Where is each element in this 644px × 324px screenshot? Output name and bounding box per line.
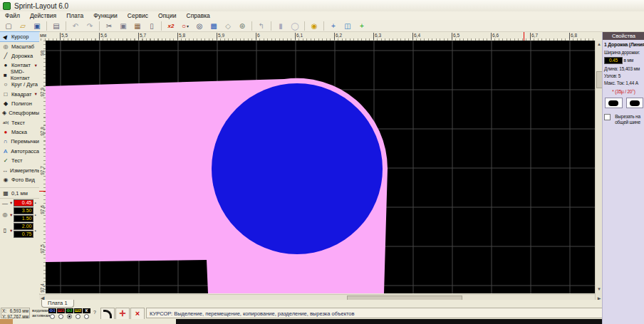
new-document-icon: ▢ xyxy=(5,22,11,30)
pad-size-control[interactable]: ◎ ▼ 3.50 1.50 ▪ xyxy=(1,207,39,222)
tool-label: Тест xyxy=(11,157,23,164)
active-layer-radio-1[interactable] xyxy=(57,314,65,319)
track-width-control[interactable]: — ▼ 0.45 ▪ xyxy=(1,199,39,207)
globe-button[interactable]: ◯ xyxy=(289,20,302,32)
export-button[interactable]: ↰ xyxy=(255,20,269,32)
crosshair-tool-button[interactable]: + xyxy=(327,20,341,32)
layer-toggle-3[interactable]: Ш2 xyxy=(74,308,82,313)
layer-toggle-2[interactable]: Ф2 xyxy=(66,308,73,313)
layer-toggle-0[interactable]: Ф1 xyxy=(48,308,56,313)
paste-button[interactable]: ▦ xyxy=(131,20,145,32)
h-ruler-label: 6,2 xyxy=(334,33,342,40)
copy-button[interactable]: ▣ xyxy=(117,20,130,32)
zoom-window-button[interactable]: ◉ xyxy=(308,20,321,32)
track-width-value[interactable]: 0.45 xyxy=(14,199,33,207)
tool-text[interactable]: ab|Текст xyxy=(0,118,39,127)
pad-inner-value[interactable]: 1.50 xyxy=(14,215,33,222)
tool-jumper[interactable]: ∩Перемычки xyxy=(0,137,39,146)
ratsnest-button[interactable]: ○▾ xyxy=(179,20,192,32)
tool-dropdown-icon[interactable]: ▼ xyxy=(34,92,38,96)
tool-dropdown-icon[interactable]: ▼ xyxy=(34,63,38,68)
footprint-button[interactable]: ▩ xyxy=(207,20,221,32)
cutout-option[interactable]: Вырезать на общей шине xyxy=(604,114,643,125)
crosshair-mode-button[interactable]: ✛ xyxy=(115,308,130,320)
tool-measure[interactable]: ↔Измеритель xyxy=(0,165,39,174)
active-layer-radio-2[interactable] xyxy=(66,314,73,319)
active-label: активная xyxy=(32,313,50,318)
cutout-checkbox[interactable] xyxy=(604,114,611,120)
scroll-up-icon[interactable]: ▲ xyxy=(596,42,602,46)
undo-button[interactable]: ↶ xyxy=(69,20,83,32)
tool-circle[interactable]: ○Круг / Дуга xyxy=(0,80,39,89)
h-ruler-label: 5,6 xyxy=(99,33,107,40)
menu-item-6[interactable]: Справка xyxy=(182,12,215,19)
h-ruler-label: 6 xyxy=(256,33,260,40)
open-button[interactable]: ▱ xyxy=(16,20,30,32)
scroll-down-icon[interactable]: ▼ xyxy=(596,287,602,291)
new-document-button[interactable]: ▢ xyxy=(2,20,16,32)
pcb-drawing[interactable] xyxy=(46,41,595,293)
zoom-x2-button[interactable]: x2 xyxy=(165,20,178,32)
active-layer-radio-4[interactable] xyxy=(83,314,90,319)
lock-button[interactable]: ▮ xyxy=(274,20,288,32)
red-cross-icon: × xyxy=(135,310,140,318)
tool-rect[interactable]: □Квадрат▼ xyxy=(0,89,39,98)
tool-mask[interactable]: ●Маска xyxy=(0,127,39,137)
smd-size-caret-icon[interactable]: ▼ xyxy=(9,229,13,233)
add-component-button[interactable]: + xyxy=(355,20,369,32)
nodes-value: 5 xyxy=(618,73,620,78)
layer-toggle-1[interactable]: Ш1 xyxy=(57,308,65,313)
pcb-canvas[interactable] xyxy=(46,41,595,293)
save-button[interactable]: ▣ xyxy=(31,20,44,32)
tool-smd-pad[interactable]: ■SMD-Контакт xyxy=(0,70,39,80)
cut-button[interactable]: ✂ xyxy=(103,20,116,32)
gear-button[interactable]: ⊛ xyxy=(236,20,249,32)
blue-circle-pad[interactable] xyxy=(212,83,383,254)
track-width-field[interactable]: 0.45 xyxy=(604,57,623,64)
tab-board-1[interactable]: Плата 1 xyxy=(41,300,74,308)
tool-special-form[interactable]: ◈Спецформы xyxy=(0,108,39,117)
menu-item-1[interactable]: Действия xyxy=(25,12,61,19)
grid-step-button[interactable]: ▦ 0,1 мм xyxy=(0,187,39,199)
tool-cursor[interactable]: ▶Курсор xyxy=(0,32,39,41)
cap-style-round-button[interactable] xyxy=(605,98,623,108)
dropdown-caret-icon[interactable]: ▾ xyxy=(187,23,189,28)
layer-help-link[interactable]: ? xyxy=(93,310,96,315)
print-button[interactable]: ▤ xyxy=(50,20,63,32)
active-layer-radio-3[interactable] xyxy=(74,314,82,319)
track-width-caret-icon[interactable]: ▼ xyxy=(9,201,13,205)
tool-polygon[interactable]: ◆Полигон xyxy=(0,99,39,108)
hide-connections-button[interactable]: × xyxy=(130,308,145,320)
delete-button[interactable]: ▯ xyxy=(145,20,159,32)
tool-autoroute[interactable]: AАвтотрасса xyxy=(0,147,39,156)
cap-style-square-button[interactable] xyxy=(626,98,644,108)
menu-item-3[interactable]: Функции xyxy=(88,12,123,19)
smd-height-value[interactable]: 0.75 xyxy=(14,231,33,238)
redo-button[interactable]: ↷ xyxy=(83,20,97,32)
copy-icon: ▣ xyxy=(120,22,126,30)
track-width-unit: в мм xyxy=(624,58,633,63)
menu-item-4[interactable]: Сервис xyxy=(123,12,153,19)
active-layer-radio-0[interactable] xyxy=(48,314,56,319)
menu-item-0[interactable]: Файл xyxy=(0,12,25,19)
pad-size-caret-icon[interactable]: ▼ xyxy=(9,213,13,217)
tool-label: Фото Вид xyxy=(11,177,35,183)
tool-track[interactable]: ╱Дорожка xyxy=(0,51,39,61)
photo-view-tool-icon: ◉ xyxy=(2,177,9,183)
taskbar-fragment xyxy=(0,319,13,324)
tool-test[interactable]: ✓Тест xyxy=(0,156,39,165)
max-current-label: Макс. Ток: xyxy=(604,80,625,85)
v-ruler-label: 97,5 xyxy=(40,241,45,258)
search-button[interactable]: ◎ xyxy=(193,20,207,32)
pad-outer-value[interactable]: 3.50 xyxy=(14,207,33,214)
track-bend-mode-button[interactable] xyxy=(100,308,115,320)
tool-zoom[interactable]: ◎Масштаб xyxy=(0,41,39,51)
shield-button[interactable]: ◇ xyxy=(222,20,235,32)
photo-view-button[interactable]: ◫ xyxy=(341,20,355,32)
smd-size-control[interactable]: ▯ ▼ 2.00 0.75 ▪ xyxy=(1,223,39,238)
smd-width-value[interactable]: 2.00 xyxy=(14,223,33,230)
tool-photo-view[interactable]: ◉Фото Вид xyxy=(0,175,39,184)
layer-toggle-4[interactable]: К xyxy=(83,308,90,313)
menu-item-5[interactable]: Опции xyxy=(153,12,182,19)
menu-item-2[interactable]: Плата xyxy=(61,12,88,19)
